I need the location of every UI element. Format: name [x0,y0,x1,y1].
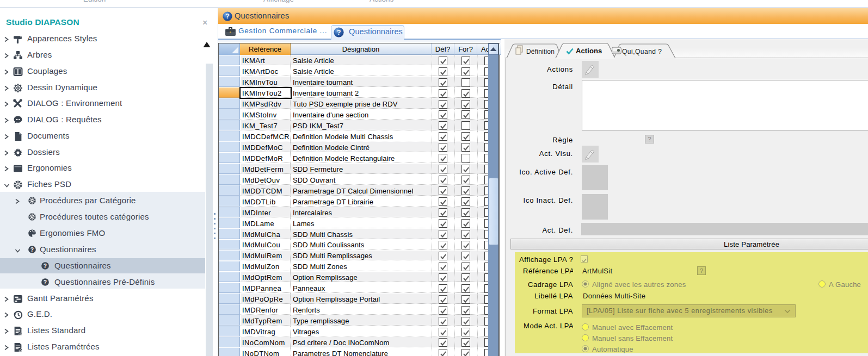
svg-text:?: ? [336,28,341,36]
svg-text:?: ? [30,247,34,253]
svg-text:?: ? [44,279,47,285]
svg-text:?: ? [225,13,230,20]
svg-text:?: ? [44,263,47,269]
